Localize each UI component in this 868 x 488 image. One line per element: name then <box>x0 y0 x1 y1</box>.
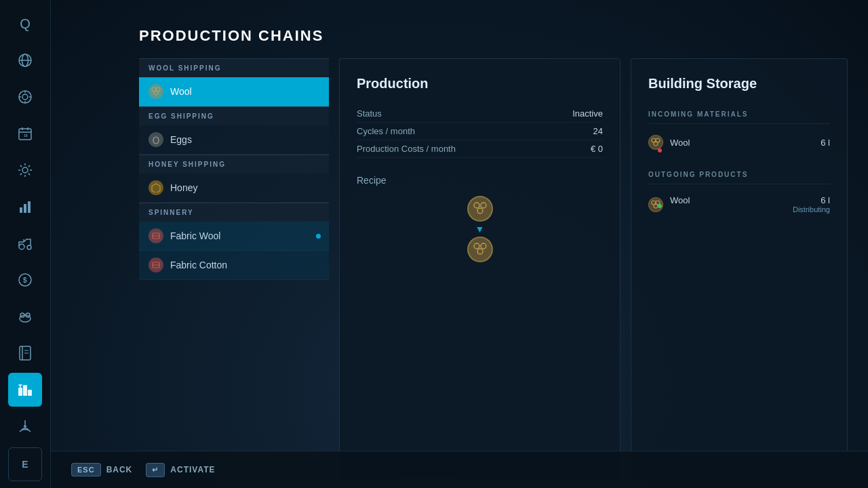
costs-value: € 0 <box>591 144 603 154</box>
sidebar-item-sun[interactable] <box>8 153 42 187</box>
status-value: Inactive <box>572 108 603 119</box>
svg-rect-24 <box>24 204 26 213</box>
cycles-label: Cycles / month <box>357 126 415 136</box>
list-item-eggs[interactable]: Eggs <box>139 125 329 155</box>
wool-icon <box>149 84 163 99</box>
sidebar-item-book[interactable] <box>8 336 42 370</box>
sidebar-item-wheel[interactable] <box>8 80 42 114</box>
svg-point-54 <box>474 203 479 208</box>
production-list: WOOL SHIPPING Wool EGG SHIPPING Eggs HON… <box>139 58 329 479</box>
recipe-output-icon <box>467 237 493 262</box>
svg-text:15: 15 <box>24 134 28 138</box>
status-row: Status Inactive <box>357 105 603 123</box>
outgoing-block: OUTGOING PRODUCTS Wool 6 l Distributing <box>648 165 830 219</box>
list-item-honey[interactable]: Honey <box>139 174 329 203</box>
sidebar-item-e[interactable]: E <box>8 447 42 481</box>
costs-label: Production Costs / month <box>357 144 456 154</box>
outgoing-wool-item: Wool 6 l Distributing <box>648 190 830 219</box>
section-header-spinnery: SPINNERY <box>139 203 329 222</box>
sidebar-item-globe[interactable] <box>8 43 42 77</box>
back-button[interactable]: ESC BACK <box>71 463 132 476</box>
main-content: PRODUCTION CHAINS WOOL SHIPPING Wool EGG… <box>51 0 868 488</box>
sidebar-item-animals[interactable] <box>8 300 42 333</box>
cycles-value: 24 <box>593 126 603 136</box>
recipe-input-icon <box>467 196 493 222</box>
svg-point-55 <box>481 203 486 208</box>
activate-button[interactable]: ↵ ACTIVATE <box>146 463 215 477</box>
sidebar-item-q[interactable]: Q <box>8 7 42 41</box>
section-header-egg-shipping: EGG SHIPPING <box>139 106 329 125</box>
recipe-section: Recipe ▼ <box>357 175 603 262</box>
fabric-wool-label: Fabric Wool <box>170 230 220 241</box>
outgoing-header: OUTGOING PRODUCTS <box>648 165 830 184</box>
recipe-icons: ▼ <box>357 196 603 262</box>
section-header-honey-shipping: HONEY SHIPPING <box>139 155 329 174</box>
activate-key-label: ACTIVATE <box>170 465 215 474</box>
sidebar: Q 15 $ E <box>0 0 51 488</box>
incoming-wool-icon <box>648 135 663 150</box>
svg-point-14 <box>22 167 28 173</box>
page-title: PRODUCTION CHAINS <box>139 27 848 45</box>
eggs-icon <box>149 132 163 147</box>
outgoing-wool-sub: Distributing <box>670 205 830 214</box>
svg-line-20 <box>28 174 30 175</box>
svg-point-43 <box>24 425 26 428</box>
svg-point-31 <box>20 315 31 322</box>
sidebar-item-production[interactable] <box>8 373 42 407</box>
activate-key-badge: ↵ <box>146 463 165 477</box>
svg-point-3 <box>22 94 28 100</box>
svg-point-26 <box>19 244 24 249</box>
svg-line-22 <box>28 165 30 167</box>
list-item-fabric-wool[interactable]: Fabric Wool <box>139 222 329 251</box>
fabric-cotton-label: Fabric Cotton <box>170 260 227 270</box>
svg-rect-38 <box>18 388 22 396</box>
svg-rect-40 <box>28 390 32 396</box>
svg-point-27 <box>27 245 31 249</box>
incoming-wool-amount: 6 l <box>821 138 830 148</box>
svg-marker-49 <box>152 184 160 192</box>
wool-label: Wool <box>170 86 192 97</box>
honey-icon <box>149 180 163 195</box>
incoming-wool-status <box>658 148 662 152</box>
fabric-cotton-icon <box>149 258 163 272</box>
svg-point-58 <box>481 243 486 249</box>
fabric-wool-dot <box>316 234 321 239</box>
sidebar-item-calendar[interactable]: 15 <box>8 117 42 150</box>
recipe-arrow-icon: ▼ <box>475 224 485 234</box>
svg-rect-39 <box>23 385 27 396</box>
incoming-header: INCOMING MATERIALS <box>648 105 830 124</box>
honey-label: Honey <box>170 182 197 193</box>
incoming-wool-item: Wool 6 l <box>648 129 830 155</box>
section-header-wool-shipping: WOOL SHIPPING <box>139 58 329 77</box>
svg-point-59 <box>477 249 483 254</box>
outgoing-wool-amount: 6 l <box>821 195 830 205</box>
bottom-bar: ESC BACK ↵ ACTIVATE <box>51 451 868 488</box>
svg-point-48 <box>153 137 159 144</box>
svg-line-19 <box>20 165 22 167</box>
sidebar-item-tractor[interactable] <box>8 226 42 260</box>
production-panel-title: Production <box>357 76 603 92</box>
sidebar-item-signal[interactable] <box>8 409 42 443</box>
fabric-wool-icon <box>149 228 163 243</box>
status-label: Status <box>357 108 382 119</box>
sidebar-item-dollar[interactable]: $ <box>8 263 42 297</box>
columns-container: WOOL SHIPPING Wool EGG SHIPPING Eggs HON… <box>139 58 848 479</box>
svg-point-56 <box>477 208 483 214</box>
svg-point-47 <box>154 91 158 95</box>
storage-title: Building Storage <box>648 76 830 92</box>
sidebar-item-chart[interactable] <box>8 190 42 224</box>
incoming-wool-name: Wool <box>670 138 814 148</box>
svg-point-57 <box>474 243 479 249</box>
list-item-fabric-cotton[interactable]: Fabric Cotton <box>139 251 329 280</box>
svg-rect-23 <box>20 207 22 213</box>
outgoing-wool-status <box>658 204 662 208</box>
eggs-label: Eggs <box>170 134 192 145</box>
svg-point-62 <box>654 142 658 146</box>
storage-panel: Building Storage INCOMING MATERIALS Wool… <box>631 58 848 479</box>
outgoing-wool-info: Wool 6 l Distributing <box>670 195 830 214</box>
back-key-badge: ESC <box>71 463 101 476</box>
recipe-title: Recipe <box>357 175 603 186</box>
cycles-row: Cycles / month 24 <box>357 123 603 140</box>
list-item-wool[interactable]: Wool <box>139 77 329 106</box>
back-key-label: BACK <box>106 465 133 474</box>
